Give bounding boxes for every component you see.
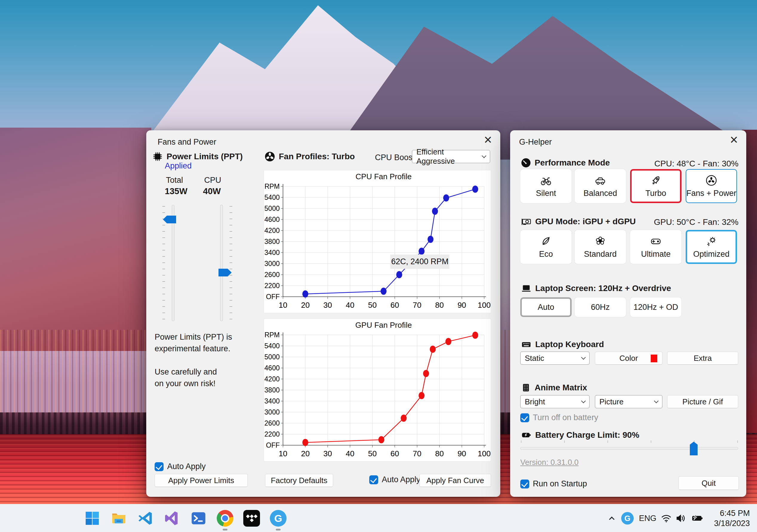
total-power-slider[interactable] xyxy=(166,205,180,321)
gpu-mode-title: GPU Mode: iGPU + dGPU xyxy=(535,217,636,226)
gpu-fan-profile-chart[interactable]: GPU Fan ProfileOFF2200260030003400380042… xyxy=(263,319,491,462)
cpu-fan-profile-chart[interactable]: CPU Fan ProfileOFF2200260030003400380042… xyxy=(263,170,491,313)
ultimate-gpu-button[interactable]: Ultimate xyxy=(630,230,681,264)
close-icon[interactable]: × xyxy=(484,133,492,146)
terminal-icon[interactable] xyxy=(189,508,208,528)
matrix-brightness-value: Bright xyxy=(525,397,545,406)
language-indicator[interactable]: ENG xyxy=(636,514,659,523)
gpu-temp-status: GPU: 50°C - Fan: 32% xyxy=(654,217,739,227)
optimized-gpu-button[interactable]: Optimized xyxy=(686,230,737,264)
screen-60hz-button[interactable]: 60Hz xyxy=(575,297,626,317)
svg-text:4600: 4600 xyxy=(264,364,280,372)
mode-label: Ultimate xyxy=(641,250,670,259)
laptop-keyboard-header: Laptop Keyboard xyxy=(521,339,604,350)
color-swatch xyxy=(651,354,657,362)
tray-expand-chevron-icon[interactable] xyxy=(605,516,619,521)
svg-text:5400: 5400 xyxy=(264,342,280,350)
wifi-icon[interactable] xyxy=(659,514,673,523)
cpu-power-slider[interactable] xyxy=(214,205,229,321)
svg-text:50: 50 xyxy=(368,301,377,310)
visual-studio-icon[interactable] xyxy=(162,508,182,528)
svg-text:3400: 3400 xyxy=(264,397,280,405)
matrix-mode-dropdown[interactable]: Picture xyxy=(595,395,662,408)
battery-slider-track[interactable] xyxy=(520,447,738,450)
close-icon[interactable]: × xyxy=(730,133,738,146)
start-button[interactable] xyxy=(82,508,102,528)
silent-mode-button[interactable]: Silent xyxy=(520,169,572,203)
apply-fan-curve-button[interactable]: Apply Fan Curve xyxy=(419,474,491,487)
quit-button[interactable]: Quit xyxy=(679,476,739,490)
cpu-boost-dropdown[interactable]: Efficient Aggressive xyxy=(412,150,490,163)
keyboard-extra-button[interactable]: Extra xyxy=(667,351,738,365)
chevron-down-icon xyxy=(581,355,586,360)
laptop-screen-title: Laptop Screen: 120Hz + Overdrive xyxy=(535,284,671,293)
version-link[interactable]: Version: 0.31.0.0 xyxy=(520,458,579,467)
note-line: Use carefully and xyxy=(155,366,232,378)
svg-text:3400: 3400 xyxy=(264,249,280,257)
svg-text:3000: 3000 xyxy=(264,260,280,267)
auto-apply-power-label: Auto Apply xyxy=(167,462,206,471)
keyboard-color-button[interactable]: Color xyxy=(595,351,662,365)
svg-text:80: 80 xyxy=(435,301,444,310)
svg-text:RPM: RPM xyxy=(264,182,280,190)
chevron-down-icon xyxy=(654,398,659,403)
file-explorer-icon[interactable] xyxy=(109,508,129,528)
g-helper-tray-icon[interactable]: G xyxy=(619,512,636,524)
keyboard-mode-dropdown[interactable]: Static xyxy=(520,351,590,365)
balanced-mode-button[interactable]: Balanced xyxy=(575,169,626,203)
run-on-startup-checkbox[interactable] xyxy=(520,480,529,489)
bicycle-icon xyxy=(540,175,552,186)
laptop-screen-icon xyxy=(521,283,531,294)
battery-slider-ticks xyxy=(521,440,738,443)
rocket-icon xyxy=(650,175,662,186)
g-helper-taskbar-icon[interactable]: G xyxy=(268,508,288,528)
eco-gpu-button[interactable]: Eco xyxy=(520,230,572,264)
screen-120hz-od-button[interactable]: 120Hz + OD xyxy=(630,297,681,317)
svg-text:90: 90 xyxy=(458,301,466,310)
turn-off-on-battery-checkbox[interactable] xyxy=(520,413,529,422)
g-helper-window: G-Helper × Performance Mode CPU: 48°C - … xyxy=(510,130,746,497)
anime-matrix-header: Anime Matrix xyxy=(521,382,587,393)
auto-apply-fan-checkbox[interactable] xyxy=(369,475,378,484)
fan-icon xyxy=(705,175,717,186)
svg-text:10: 10 xyxy=(279,301,288,310)
window-title: G-Helper xyxy=(519,137,552,147)
svg-text:GPU Fan Profile: GPU Fan Profile xyxy=(355,321,411,329)
svg-text:4200: 4200 xyxy=(264,227,280,235)
battery-slider-thumb[interactable] xyxy=(690,442,698,455)
laptop-screen-header: Laptop Screen: 120Hz + Overdrive xyxy=(521,283,671,294)
slider-track[interactable] xyxy=(220,205,223,321)
screen-auto-button[interactable]: Auto xyxy=(520,297,572,317)
running-indicator xyxy=(223,529,227,530)
svg-text:2200: 2200 xyxy=(264,282,280,290)
keyboard-mode-value: Static xyxy=(525,354,544,363)
picture-gif-button[interactable]: Picture / Gif xyxy=(667,395,738,408)
svg-text:70: 70 xyxy=(413,449,421,458)
tidal-icon[interactable] xyxy=(242,508,261,528)
chrome-icon[interactable] xyxy=(215,508,235,528)
mode-label: 60Hz xyxy=(591,303,610,312)
battery-icon[interactable] xyxy=(689,514,706,523)
taskbar-clock[interactable]: 6:45 PM 3/18/2023 xyxy=(714,508,750,528)
car-icon xyxy=(594,175,606,186)
mode-label: Fans + Power xyxy=(686,189,736,198)
svg-text:2200: 2200 xyxy=(264,430,280,438)
matrix-brightness-dropdown[interactable]: Bright xyxy=(520,395,590,408)
total-label: Total xyxy=(166,176,183,185)
vscode-icon[interactable] xyxy=(136,508,155,528)
factory-defaults-button[interactable]: Factory Defaults xyxy=(265,474,333,487)
experimental-note: Power Limits (PPT) is experimental featu… xyxy=(155,331,232,389)
svg-text:CPU Fan Profile: CPU Fan Profile xyxy=(355,172,411,181)
auto-apply-power-checkbox[interactable] xyxy=(155,462,164,471)
apply-power-limits-button[interactable]: Apply Power Limits xyxy=(155,474,248,487)
turbo-mode-button[interactable]: Turbo xyxy=(630,169,681,203)
mode-label: Auto xyxy=(538,303,554,312)
svg-text:20: 20 xyxy=(301,449,310,458)
fans-power-mode-button[interactable]: Fans + Power xyxy=(686,169,737,203)
svg-text:50: 50 xyxy=(368,449,377,458)
volume-icon[interactable] xyxy=(673,514,689,523)
mode-label: Eco xyxy=(539,250,553,259)
standard-gpu-button[interactable]: Standard xyxy=(575,230,626,264)
wallpaper-pink-slope xyxy=(0,127,151,351)
svg-text:30: 30 xyxy=(323,449,332,458)
